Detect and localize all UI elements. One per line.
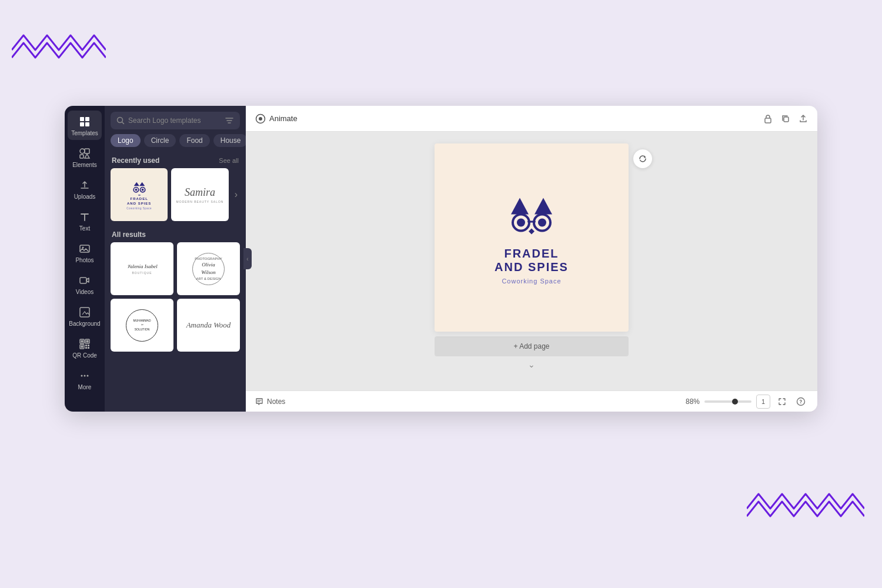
help-button[interactable] — [794, 395, 808, 409]
page-indicator[interactable]: 1 — [756, 395, 770, 409]
more-icon — [78, 369, 91, 382]
sidebar-item-elements[interactable]: Elements — [68, 142, 102, 172]
search-icon — [116, 116, 125, 125]
svg-marker-43 — [529, 229, 534, 235]
logo-brand-name: FRADEL AND SPIES — [495, 247, 569, 274]
filter-icon[interactable] — [225, 116, 234, 125]
sidebar-item-text[interactable]: Text — [68, 206, 102, 235]
fullscreen-button[interactable] — [775, 395, 789, 409]
decorative-zigzag-top — [12, 29, 106, 59]
chip-house[interactable]: House — [213, 134, 246, 147]
svg-rect-10 — [80, 278, 86, 283]
chip-food[interactable]: Food — [179, 134, 209, 147]
svg-point-29 — [135, 189, 137, 191]
lock-button[interactable] — [763, 114, 773, 123]
search-input[interactable] — [128, 116, 221, 125]
sidebar-item-qrcode[interactable]: QR Code — [68, 333, 102, 362]
notes-button[interactable]: Notes — [255, 397, 285, 406]
template-amanda[interactable]: Amanda Wood — [177, 299, 240, 352]
search-bar — [111, 112, 240, 129]
svg-rect-1 — [85, 117, 89, 121]
svg-marker-37 — [511, 198, 529, 215]
svg-point-22 — [81, 375, 83, 377]
template-fradel[interactable]: FRADELAND SPIES Coworking Space — [111, 168, 168, 221]
templates-panel: Logo Circle Food House › Recently used S… — [105, 106, 246, 412]
background-icon — [78, 306, 91, 319]
valenia-text: 𝒱alenia Isabel — [126, 263, 158, 270]
chip-logo[interactable]: Logo — [111, 134, 141, 147]
canvas-card[interactable]: FRADEL AND SPIES Coworking Space — [435, 143, 629, 332]
panel-collapse-handle[interactable]: ‹ — [243, 248, 252, 269]
top-toolbar: Animate — [246, 106, 817, 132]
svg-point-31 — [141, 189, 143, 191]
chip-circle[interactable]: Circle — [144, 134, 176, 147]
recently-used-row: FRADELAND SPIES Coworking Space Samira M… — [105, 168, 246, 227]
elements-icon — [78, 147, 91, 160]
zoom-slider[interactable] — [704, 400, 751, 403]
animate-button[interactable]: Animate — [255, 113, 298, 124]
help-icon — [796, 397, 806, 406]
image-icon — [78, 242, 91, 255]
sidebar-item-videos[interactable]: Videos — [68, 269, 102, 299]
scroll-down-indicator[interactable]: ⌄ — [528, 360, 535, 369]
svg-rect-2 — [80, 122, 84, 126]
animate-icon — [255, 113, 266, 124]
grid-icon — [78, 115, 91, 128]
copy-button[interactable] — [781, 114, 790, 123]
sidebar-item-photos[interactable]: Photos — [68, 238, 102, 267]
copy-icon — [781, 114, 790, 123]
all-results-header: All results — [105, 227, 246, 242]
svg-rect-11 — [80, 308, 89, 317]
fullscreen-icon — [778, 397, 786, 406]
see-all-button[interactable]: See all — [219, 157, 239, 164]
fradel-mini-icon — [131, 179, 148, 196]
logo-tagline: Coworking Space — [502, 278, 561, 285]
samira-sub: MODERN BEAUTY SALON — [176, 200, 224, 203]
svg-rect-32 — [138, 195, 141, 195]
samira-text: Samira — [185, 186, 215, 199]
svg-rect-13 — [81, 340, 83, 343]
template-olivia[interactable]: PHOTOGRAPHYOlivia WilsonART & DESIGN — [177, 242, 240, 295]
svg-point-46 — [800, 403, 801, 403]
valenia-sub: BOUTIQUE — [132, 271, 152, 275]
upload-icon — [78, 179, 91, 192]
svg-marker-27 — [139, 182, 145, 186]
fradel-mini-sub: Coworking Space — [126, 207, 152, 210]
export-button[interactable] — [799, 114, 808, 123]
sidebar: Templates Elements Uploads — [65, 106, 105, 412]
add-page-button[interactable]: + Add page — [435, 336, 629, 356]
template-samira[interactable]: Samira MODERN BEAUTY SALON — [171, 168, 228, 221]
sidebar-item-templates[interactable]: Templates — [68, 111, 102, 140]
lock-icon — [763, 114, 773, 123]
svg-rect-18 — [85, 345, 87, 346]
video-icon — [78, 274, 91, 287]
canvas-refresh-button[interactable] — [633, 149, 652, 168]
template-valenia[interactable]: 𝒱alenia Isabel BOUTIQUE — [111, 242, 173, 295]
svg-point-24 — [87, 375, 89, 377]
svg-rect-20 — [85, 347, 87, 349]
decorative-zigzag-bottom — [747, 488, 864, 517]
olivia-text: PHOTOGRAPHYOlivia WilsonART & DESIGN — [192, 256, 225, 281]
sidebar-item-background[interactable]: Background — [68, 301, 102, 330]
svg-rect-3 — [85, 122, 89, 126]
olivia-circle: PHOTOGRAPHYOlivia WilsonART & DESIGN — [192, 253, 225, 285]
muhammad-circle: MUHAMMAD✂SOLUTION — [126, 309, 158, 342]
all-results-title: All results — [112, 230, 146, 239]
bottom-bar: Notes 88% 1 — [246, 390, 817, 412]
svg-rect-44 — [527, 221, 536, 223]
template-muhammad[interactable]: MUHAMMAD✂SOLUTION — [111, 299, 173, 352]
svg-rect-5 — [85, 149, 89, 153]
sidebar-item-more[interactable]: More — [68, 365, 102, 394]
svg-rect-7 — [80, 155, 83, 158]
sidebar-item-uploads[interactable]: Uploads — [68, 174, 102, 203]
svg-point-40 — [517, 219, 525, 227]
recently-scroll-right[interactable]: › — [232, 168, 240, 221]
recently-used-header: Recently used See all — [105, 152, 246, 168]
text-icon — [78, 211, 91, 223]
svg-point-34 — [259, 117, 262, 121]
canvas-wrapper: FRADEL AND SPIES Coworking Space + Add p… — [246, 132, 817, 390]
export-icon — [799, 114, 808, 123]
zoom-controls: 88% 1 — [686, 395, 808, 409]
svg-point-42 — [538, 219, 546, 227]
scroll-panel: Recently used See all — [105, 152, 246, 412]
